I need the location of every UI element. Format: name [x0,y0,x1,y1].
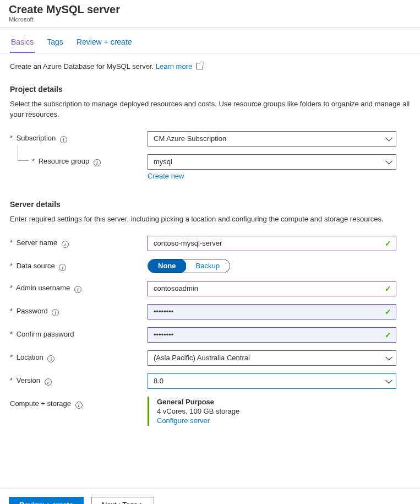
required-indicator: * [10,239,13,247]
required-indicator: * [10,262,13,270]
resource-group-select[interactable]: mysql [148,154,396,170]
row-confirm-password: * Confirm password •••••••• ✓ [10,327,410,343]
row-version: * Version 8.0 [10,373,410,389]
required-indicator: * [10,353,13,361]
page-subtitle: Microsoft [9,16,411,23]
required-indicator: * [10,330,13,338]
info-icon[interactable] [60,136,67,143]
page-title: Create MySQL server [9,3,411,16]
required-indicator: * [10,284,13,292]
project-details-description: Select the subscription to manage deploy… [10,99,410,120]
label-resource-group: * Resource group [10,154,148,167]
data-source-none[interactable]: None [148,259,187,273]
external-link-icon [197,63,203,69]
check-icon: ✓ [385,239,391,248]
label-password: * Password [10,304,148,317]
label-server-name: * Server name [10,236,148,248]
subscription-select[interactable]: CM Azure Subscription [148,131,396,147]
info-icon[interactable] [94,159,101,166]
check-icon: ✓ [385,330,391,339]
tree-connector [18,145,29,161]
label-confirm-password: * Confirm password [10,327,148,338]
info-icon[interactable] [74,286,81,293]
server-details-description: Enter required settings for this server,… [10,214,410,225]
label-location: * Location [10,350,148,363]
data-source-toggle: None Backup [148,259,230,273]
chevron-down-icon [385,134,392,142]
page-header: Create MySQL server Microsoft [0,0,420,28]
tab-review-create[interactable]: Review + create [75,31,133,53]
location-select[interactable]: (Asia Pacific) Australia Central [148,350,396,366]
info-icon[interactable] [45,378,52,386]
password-input[interactable]: •••••••• ✓ [148,304,396,319]
chevron-down-icon [385,158,392,165]
row-resource-group: * Resource group mysql Create new [10,154,410,180]
confirm-password-input[interactable]: •••••••• ✓ [148,327,396,343]
chevron-down-icon [385,376,392,383]
check-icon: ✓ [385,307,391,316]
row-password: * Password •••••••• ✓ [10,304,410,319]
info-icon[interactable] [52,309,59,316]
compute-summary: General Purpose 4 vCores, 100 GB storage… [148,397,396,426]
info-icon[interactable] [59,264,66,271]
intro-text: Create an Azure Database for MySQL serve… [10,62,410,71]
create-new-link[interactable]: Create new [148,172,184,180]
configure-server-link[interactable]: Configure server [157,416,210,425]
compute-tier: General Purpose [157,398,396,406]
label-subscription: * Subscription [10,131,148,144]
required-indicator: * [32,157,35,165]
tab-basics[interactable]: Basics [10,31,35,53]
info-icon[interactable] [62,241,69,248]
next-tags-button[interactable]: Next : Tags > [91,497,154,504]
admin-username-input[interactable]: contosoadmin ✓ [148,281,396,296]
info-icon[interactable] [47,355,54,362]
required-indicator: * [10,376,13,384]
label-admin-username: * Admin username [10,281,148,294]
row-location: * Location (Asia Pacific) Australia Cent… [10,350,410,366]
label-data-source: * Data source [10,259,148,272]
label-version: * Version [10,373,148,386]
server-details-heading: Server details [10,200,410,209]
tab-bar: Basics Tags Review + create [0,31,420,53]
row-admin-username: * Admin username contosoadmin ✓ [10,281,410,296]
row-data-source: * Data source None Backup [10,259,410,273]
version-select[interactable]: 8.0 [148,373,396,389]
row-subscription: * Subscription CM Azure Subscription [10,131,410,147]
chevron-down-icon [385,353,392,360]
row-server-name: * Server name contoso-mysql-server ✓ [10,236,410,251]
check-icon: ✓ [385,284,391,293]
tab-tags[interactable]: Tags [46,31,64,53]
required-indicator: * [10,134,13,142]
wizard-footer: Review + create Next : Tags > [0,489,420,504]
info-icon[interactable] [75,402,83,409]
compute-spec: 4 vCores, 100 GB storage [157,407,396,415]
review-create-button[interactable]: Review + create [9,497,84,504]
form-content: Create an Azure Database for MySQL serve… [0,53,420,467]
server-name-input[interactable]: contoso-mysql-server ✓ [148,236,396,251]
required-indicator: * [10,307,13,315]
intro-copy: Create an Azure Database for MySQL serve… [10,62,156,71]
project-details-heading: Project details [10,85,410,94]
data-source-backup[interactable]: Backup [186,259,230,273]
row-compute-storage: Compute + storage General Purpose 4 vCor… [10,397,410,426]
learn-more-link[interactable]: Learn more [156,62,192,71]
label-compute-storage: Compute + storage [10,397,148,409]
